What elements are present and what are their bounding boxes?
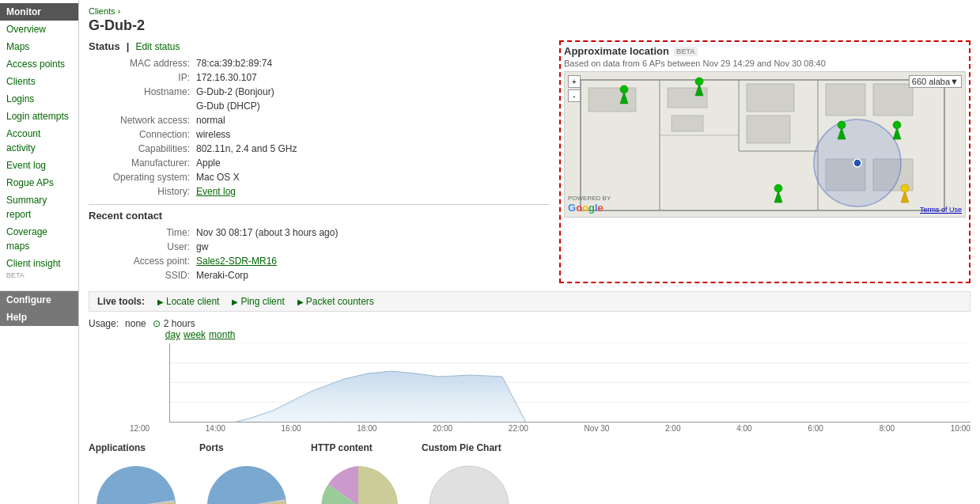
sidebar: Monitor Overview Maps Access points Clie…	[0, 0, 79, 504]
network-value: normal	[195, 114, 548, 127]
ssid-value: Meraki-Corp	[195, 269, 548, 282]
live-tools-label: Live tools:	[97, 296, 145, 307]
sidebar-item-coverage-maps[interactable]: Coverage maps	[0, 223, 78, 255]
chart-x-labels: 12:00 14:00 16:00 18:00 20:00 22:00 Nov …	[130, 423, 971, 434]
zoom-in-button[interactable]: +	[568, 75, 581, 88]
dhcp-value: G-Dub (DHCP)	[195, 100, 548, 112]
connection-label: Connection:	[90, 128, 193, 141]
sidebar-item-event-log[interactable]: Event log	[0, 157, 78, 174]
sidebar-item-access-points[interactable]: Access points	[0, 55, 78, 73]
breadcrumb-clients-link[interactable]: Clients	[89, 6, 115, 16]
dhcp-label	[90, 100, 193, 112]
history-link[interactable]: Event log	[196, 186, 236, 197]
sidebar-item-maps[interactable]: Maps	[0, 38, 78, 55]
play-icon-ping: ▶	[232, 297, 238, 306]
http-content-chart: HTTP content	[311, 442, 406, 504]
status-section: Status | Edit status MAC address: 78:ca:…	[89, 40, 550, 283]
map-container: + - 660 alaba▼ POWERED BY Google	[564, 71, 966, 218]
custom-pie-chart: Custom Pie Chart	[422, 442, 516, 504]
custom-pie-wrapper	[422, 458, 516, 504]
x-label-2: 16:00	[282, 424, 301, 433]
map-terms-link[interactable]: Terms of Use	[920, 206, 962, 214]
month-link[interactable]: month	[209, 329, 235, 340]
mac-label: MAC address:	[90, 57, 193, 70]
day-link[interactable]: day	[165, 329, 180, 340]
map-section: Approximate location BETA Based on data …	[559, 40, 971, 283]
sidebar-item-logins[interactable]: Logins	[0, 90, 78, 108]
map-floor-dropdown[interactable]: 660 alaba▼	[909, 75, 962, 88]
ports-title: Ports	[199, 442, 224, 453]
user-label: User:	[90, 241, 193, 253]
locate-client-button[interactable]: ▶ Locate client	[157, 296, 219, 307]
svg-rect-7	[588, 88, 636, 112]
manufacturer-value: Apple	[195, 157, 548, 169]
ports-pie-wrapper	[199, 458, 294, 504]
ip-label: IP:	[90, 71, 193, 84]
ap-link[interactable]: Sales2-SDR-MR16	[196, 256, 277, 267]
x-label-10: 8:00	[880, 424, 895, 433]
os-label: Operating system:	[90, 171, 193, 184]
x-label-4: 20:00	[433, 424, 452, 433]
history-label: History:	[90, 185, 193, 198]
time-label: Time:	[90, 226, 193, 239]
usage-value: none	[125, 318, 146, 329]
sidebar-item-rogue-aps[interactable]: Rogue APs	[0, 174, 78, 191]
usage-label: Usage:	[89, 318, 119, 329]
google-logo: POWERED BY Google	[568, 194, 611, 214]
http-pie-svg	[311, 458, 406, 504]
time-current-label: 2 hours	[164, 318, 195, 329]
help-header[interactable]: Help	[0, 309, 78, 326]
svg-point-17	[853, 159, 861, 167]
manufacturer-label: Manufacturer:	[90, 157, 193, 169]
map-header-label: Approximate location	[564, 45, 669, 57]
x-label-8: 4:00	[736, 424, 751, 433]
svg-point-36	[429, 466, 509, 504]
x-label-0: 12:00	[130, 424, 149, 433]
sidebar-item-overview[interactable]: Overview	[0, 21, 78, 38]
map-subtitle: Based on data from 6 APs between Nov 29 …	[564, 59, 966, 68]
sidebar-item-client-insight[interactable]: Client insight BETA	[0, 255, 78, 287]
x-label-7: 2:00	[665, 424, 680, 433]
chart-wrapper: 12 Mb/s 9 Mb/s 6 Mb/s 3 Mb/s 0 Mb/s	[89, 343, 971, 434]
play-icon-locate: ▶	[157, 297, 164, 306]
ap-cell: Sales2-SDR-MR16	[195, 255, 548, 267]
time-value: Nov 30 08:17 (about 3 hours ago)	[195, 226, 548, 239]
svg-rect-9	[672, 116, 703, 131]
capabilities-label: Capabilities:	[90, 142, 193, 155]
x-label-5: 22:00	[509, 424, 528, 433]
svg-point-19	[620, 85, 628, 93]
edit-status-link[interactable]: Edit status	[135, 41, 180, 52]
clock-icon: ⊙	[153, 318, 161, 329]
os-value: Mac OS X	[195, 171, 548, 184]
http-content-title: HTTP content	[311, 442, 373, 453]
custom-pie-title: Custom Pie Chart	[422, 442, 501, 453]
sidebar-item-login-attempts[interactable]: Login attempts	[0, 108, 78, 125]
packet-counters-button[interactable]: ▶ Packet counters	[297, 296, 374, 307]
history-cell: Event log	[195, 185, 548, 198]
hostname-label: Hostname:	[90, 85, 193, 98]
monitor-header: Monitor	[0, 3, 78, 21]
configure-header[interactable]: Configure	[0, 291, 78, 309]
status-divider: |	[127, 40, 130, 52]
custom-pie-svg	[422, 458, 516, 504]
svg-point-27	[893, 121, 901, 129]
sidebar-item-clients[interactable]: Clients	[0, 73, 78, 90]
week-link[interactable]: week	[184, 329, 206, 340]
hostname-value: G-Dub-2 (Bonjour)	[195, 85, 548, 98]
applications-pie-wrapper	[89, 458, 184, 504]
ping-client-button[interactable]: ▶ Ping client	[232, 296, 284, 307]
x-label-6: Nov 30	[585, 424, 610, 433]
zoom-out-button[interactable]: -	[568, 89, 581, 102]
sidebar-item-summary-report[interactable]: Summary report	[0, 191, 78, 223]
svg-rect-13	[873, 84, 913, 116]
svg-point-34	[96, 466, 176, 504]
map-beta-badge: BETA	[674, 47, 698, 56]
beta-badge: BETA	[6, 271, 25, 279]
applications-pie-svg	[89, 458, 184, 504]
live-tools-bar: Live tools: ▶ Locate client ▶ Ping clien…	[89, 291, 971, 312]
recent-contact-table: Time: Nov 30 08:17 (about 3 hours ago) U…	[89, 225, 550, 283]
breadcrumb: Clients ›	[89, 6, 971, 16]
status-label: Status	[89, 40, 120, 52]
sidebar-item-account-activity[interactable]: Account activity	[0, 125, 78, 157]
status-table: MAC address: 78:ca:39:b2:89:74 IP: 172.1…	[89, 55, 550, 199]
